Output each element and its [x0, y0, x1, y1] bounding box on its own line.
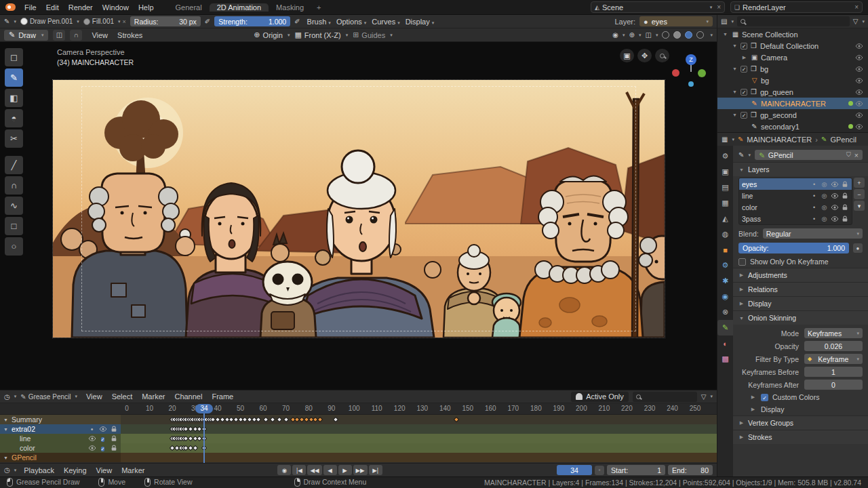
outliner-item-gp-second[interactable]: ▼✓❒gp_second: [717, 109, 868, 121]
zoom-icon[interactable]: [655, 49, 669, 62]
lock-toggle[interactable]: [840, 215, 849, 223]
add-layer-button[interactable]: +: [854, 178, 865, 188]
menu-window[interactable]: Window: [98, 3, 134, 12]
panel-display[interactable]: ▶Display: [733, 296, 868, 310]
tool-cutter[interactable]: ✂: [5, 129, 23, 148]
popover-display[interactable]: Display▾: [406, 18, 435, 26]
play-reverse-button[interactable]: ◀: [323, 465, 337, 475]
lock-icon[interactable]: [841, 192, 849, 200]
blend-mode-dropdown[interactable]: Regular▾: [763, 228, 863, 239]
mask-icon[interactable]: •: [810, 181, 818, 188]
eye-icon[interactable]: [88, 444, 96, 452]
viewport[interactable]: Camera Perspective (34) MAINCHARACTER ◻✎…: [0, 42, 717, 390]
channel-track[interactable]: [121, 443, 717, 453]
properties-tab-material[interactable]: ◐: [717, 336, 733, 351]
properties-tab-physics[interactable]: ◉: [717, 289, 733, 304]
channel-line[interactable]: line✓: [0, 434, 121, 443]
mask-icon[interactable]: •: [810, 192, 818, 199]
remove-view-layer-icon[interactable]: ×: [852, 3, 859, 11]
channel-checkbox[interactable]: ✓: [101, 447, 105, 451]
eye-icon[interactable]: [855, 65, 863, 73]
properties-tab-tool[interactable]: ⚙: [717, 148, 733, 164]
jump-to-end-button[interactable]: ▶|: [369, 465, 382, 475]
dopesheet-menu-view[interactable]: View: [81, 392, 107, 401]
dopesheet-search-input[interactable]: [633, 392, 697, 402]
current-frame-indicator[interactable]: 34: [195, 404, 213, 413]
gizmo-y-axis[interactable]: [698, 69, 706, 77]
collection-checkbox[interactable]: ✓: [741, 43, 747, 49]
frame-ruler[interactable]: 0102030405060708090100110120130140150160…: [0, 403, 717, 415]
keyframes-after-field[interactable]: 0: [804, 380, 863, 390]
keyframes-before-field[interactable]: 1: [804, 367, 863, 377]
collection-checkbox[interactable]: ✓: [741, 66, 747, 73]
lock-icon[interactable]: [841, 180, 849, 188]
playback-menu-keying[interactable]: Keying: [59, 466, 92, 474]
lock-toggle[interactable]: [840, 192, 849, 200]
hide-toggle[interactable]: [855, 77, 865, 85]
properties-tab-render[interactable]: ▣: [717, 164, 733, 180]
jump-to-start-button[interactable]: |◀: [292, 465, 306, 475]
pan-hand-icon[interactable]: ✥: [637, 49, 652, 62]
hide-toggle[interactable]: [830, 203, 839, 211]
mask-icon[interactable]: •: [810, 216, 818, 222]
panel-vertex-groups[interactable]: ▶Vertex Groups: [733, 415, 868, 430]
unlink-data-icon[interactable]: ×: [854, 151, 859, 159]
panel-strokes[interactable]: ▶Strokes: [733, 430, 868, 444]
eye-icon[interactable]: [855, 111, 863, 119]
tool-arc[interactable]: ∩: [5, 176, 23, 195]
playback-menu-marker[interactable]: Marker: [117, 466, 149, 474]
shading-solid-icon[interactable]: [673, 31, 681, 39]
workspace-tab-general[interactable]: General: [168, 3, 210, 12]
channel-track[interactable]: [121, 434, 717, 443]
lock-toggle[interactable]: [840, 203, 849, 211]
camera-view-icon[interactable]: ▣: [620, 49, 634, 62]
remove-layer-button[interactable]: −: [854, 189, 865, 199]
breadcrumb-object[interactable]: MAINCHARACTER: [747, 136, 812, 144]
axis-gizmo[interactable]: Z: [675, 54, 707, 87]
gizmo-z-axis[interactable]: Z: [686, 54, 696, 65]
lock-icon[interactable]: [841, 215, 849, 223]
tool-line[interactable]: ╱: [5, 156, 23, 174]
falloff-icon[interactable]: ∩: [70, 30, 82, 41]
eye-icon[interactable]: [855, 88, 863, 96]
menu-help[interactable]: Help: [134, 3, 159, 12]
expand-arrow-icon[interactable]: ▼: [3, 418, 9, 422]
radius-pressure-icon[interactable]: ✐: [205, 18, 210, 25]
playback-menu-playback[interactable]: Playback: [19, 466, 59, 474]
channel-color[interactable]: color✓: [0, 443, 121, 453]
frame-end-field[interactable]: End:80: [668, 465, 713, 475]
auto-keyframe-button[interactable]: ◉: [277, 465, 291, 475]
workspace-tab-masking[interactable]: Masking: [269, 3, 311, 12]
custom-colors-checkbox[interactable]: ✓: [761, 394, 768, 401]
layer-specials-menu[interactable]: ▾: [854, 201, 865, 211]
expand-arrow-icon[interactable]: ▼: [731, 113, 738, 117]
mask-icon[interactable]: •: [810, 204, 818, 211]
properties-editor-type-button[interactable]: ▦▾: [722, 136, 734, 143]
collection-checkbox[interactable]: ✓: [741, 89, 747, 96]
expand-arrow-icon[interactable]: ▶: [741, 55, 748, 60]
properties-tab-particles[interactable]: ✱: [717, 273, 733, 289]
visibility-dropdown[interactable]: ◉▾: [612, 31, 625, 39]
datablock-name-field[interactable]: ✎ GPencil ⛉ ×: [755, 150, 863, 160]
active-layer-dropdown[interactable]: ●eyes▾: [639, 16, 713, 26]
editor-type-button[interactable]: ✎▾: [4, 18, 16, 25]
tool-erase[interactable]: ◓: [5, 109, 23, 127]
keying-set-icon[interactable]: ◦: [595, 466, 604, 475]
properties-tab-world[interactable]: ◍: [717, 226, 733, 242]
properties-tab-view-layer[interactable]: ▦: [717, 195, 733, 211]
gp-layer-line[interactable]: line•◎: [739, 190, 852, 201]
play-button[interactable]: ▶: [338, 465, 352, 475]
blender-logo-icon[interactable]: [5, 3, 16, 11]
shading-material-icon[interactable]: [685, 31, 692, 39]
outliner-item-maincharacter[interactable]: ✎MAINCHARACTER: [717, 98, 868, 109]
brush-selector[interactable]: Draw Pen.001▾: [20, 18, 79, 25]
add-workspace-button[interactable]: +: [311, 3, 326, 12]
material-selector[interactable]: Fill.001▾×: [83, 18, 126, 25]
eye-icon[interactable]: [831, 215, 839, 223]
overlays-toggle[interactable]: ◫▾: [646, 31, 658, 39]
properties-tab-texture[interactable]: ▩: [717, 351, 733, 367]
menu-render[interactable]: Render: [64, 3, 98, 12]
shading-rendered-icon[interactable]: [696, 31, 704, 39]
workspace-tab-2d-animation[interactable]: 2D Animation: [210, 3, 269, 12]
channel-track[interactable]: [121, 453, 717, 462]
